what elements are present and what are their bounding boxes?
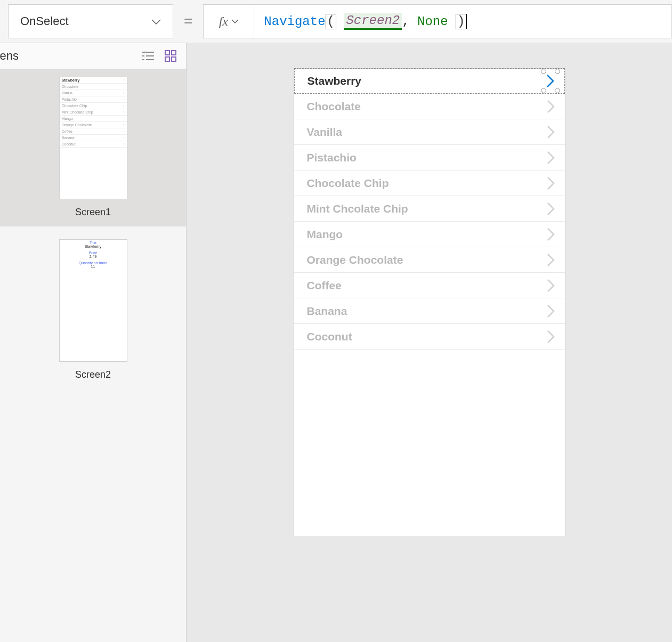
svg-rect-3 <box>165 57 169 61</box>
gallery-item-label: Pistachio <box>307 151 357 164</box>
thumb-list-row: Banana› <box>60 135 127 141</box>
open-paren: ( <box>326 14 336 29</box>
next-arrow-icon[interactable] <box>547 100 555 113</box>
next-arrow-icon[interactable] <box>547 202 555 216</box>
form-label: Title <box>60 240 127 245</box>
close-paren: ) <box>456 14 466 29</box>
property-dropdown-value: OnSelect <box>20 14 69 28</box>
gallery-item[interactable]: Coffee <box>294 273 565 298</box>
svg-rect-1 <box>165 51 169 55</box>
formula-bar: fx Navigate( Screen2, None ) <box>203 4 672 38</box>
gallery-item[interactable]: Coconut <box>294 324 565 350</box>
gallery-item[interactable]: Mango <box>294 222 565 247</box>
next-arrow-icon[interactable] <box>547 304 555 318</box>
gallery-item-label: Orange Chocolate <box>307 254 403 266</box>
next-arrow-icon[interactable] <box>547 279 555 292</box>
equals-label: = <box>184 13 192 30</box>
thumb-list-row: Orange Chocolate› <box>60 122 127 128</box>
app-screen: StawberryChocolateVanillaPistachioChocol… <box>294 68 565 537</box>
thumbnail-preview: Title Stawberry Price 2.49 Quantity on h… <box>59 239 127 362</box>
thumbnail-label: Screen1 <box>0 207 186 218</box>
gallery-item-label: Chocolate <box>307 100 361 113</box>
form-value: 2.49 <box>60 255 127 260</box>
next-arrow-icon[interactable] <box>547 330 555 344</box>
comma: , <box>402 14 409 29</box>
next-arrow-icon[interactable] <box>547 227 555 241</box>
chevron-down-icon <box>151 14 161 28</box>
gallery-item[interactable]: Chocolate Chip <box>294 170 565 196</box>
gallery-item[interactable]: Orange Chocolate <box>294 247 565 273</box>
next-arrow-icon[interactable] <box>547 151 555 165</box>
svg-point-0 <box>144 52 146 53</box>
thumb-list-row: Mango› <box>60 116 127 122</box>
formula-arg1: Screen2 <box>344 13 402 30</box>
svg-rect-2 <box>172 51 176 55</box>
form-value: 11 <box>60 265 127 270</box>
formula-function: Navigate <box>264 14 325 29</box>
thumb-list-row: Stawberry› <box>60 77 127 84</box>
fx-button[interactable]: fx <box>204 5 254 38</box>
formula-arg2: None <box>417 14 448 29</box>
text-cursor <box>466 14 467 29</box>
screens-panel: reens <box>0 43 187 642</box>
gallery-item[interactable]: Vanilla <box>294 119 565 145</box>
gallery-item[interactable]: Mint Chcolate Chip <box>294 196 565 222</box>
formula-toolbar: OnSelect = fx Navigate( Screen2, None ) <box>0 0 672 43</box>
gallery-item-label: Coconut <box>307 330 352 343</box>
next-arrow-icon[interactable] <box>546 74 555 88</box>
form-label: Quantity on hand <box>60 260 127 265</box>
gallery-item-label: Coffee <box>307 279 342 292</box>
gallery-item-label: Chocolate Chip <box>307 177 389 190</box>
thumb-list-row: Vanilla› <box>60 90 127 96</box>
next-arrow-icon[interactable] <box>547 176 555 190</box>
thumb-list-row: Chocolate› <box>60 84 127 90</box>
gallery-item-label: Banana <box>307 305 347 318</box>
thumbnail-preview: Stawberry›Chocolate›Vanilla›Pistachio›Ch… <box>59 77 127 199</box>
gallery-item[interactable]: Banana <box>294 298 565 324</box>
gallery-item-label: Mint Chcolate Chip <box>307 202 408 215</box>
gallery-item[interactable]: Chocolate <box>294 94 565 119</box>
gallery-item-label: Stawberry <box>307 75 362 87</box>
gallery-item[interactable]: Pistachio <box>294 145 565 170</box>
panel-header: reens <box>0 43 186 69</box>
next-arrow-icon[interactable] <box>547 253 555 267</box>
screen-thumbnail-screen2[interactable]: Title Stawberry Price 2.49 Quantity on h… <box>0 239 186 380</box>
gallery-item[interactable]: Stawberry <box>294 68 565 94</box>
thumb-list-row: Mint Chcolate Chip› <box>60 109 127 116</box>
panel-title: reens <box>0 49 19 63</box>
thumb-list-row: Pistachio› <box>60 96 127 103</box>
property-dropdown[interactable]: OnSelect <box>8 4 173 38</box>
chevron-down-icon <box>231 19 239 24</box>
next-arrow-icon[interactable] <box>547 125 555 139</box>
formula-input[interactable]: Navigate( Screen2, None ) <box>254 13 671 30</box>
thumb-list-row: Chocolate Chip› <box>60 103 127 109</box>
design-canvas[interactable]: StawberryChocolateVanillaPistachioChocol… <box>187 43 672 642</box>
fx-icon: fx <box>219 14 228 29</box>
thumbnail-view-icon[interactable] <box>165 50 176 62</box>
gallery-item-label: Vanilla <box>307 126 343 139</box>
tree-view-icon[interactable] <box>142 51 154 61</box>
thumb-list-row: Coconut› <box>60 141 127 148</box>
form-value: Stawberry <box>60 245 127 250</box>
screen-thumbnail-screen1[interactable]: Stawberry›Chocolate›Vanilla›Pistachio›Ch… <box>0 69 186 226</box>
thumb-list-row: Coffee› <box>60 128 127 135</box>
thumbnail-label: Screen2 <box>0 369 186 380</box>
gallery-item-label: Mango <box>307 228 343 241</box>
form-label: Price <box>60 250 127 255</box>
svg-rect-4 <box>172 57 176 61</box>
